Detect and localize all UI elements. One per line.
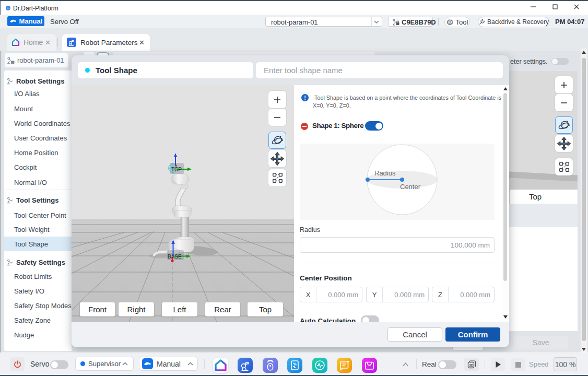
svg-text:Radius: Radius — [374, 169, 396, 177]
svg-text:TCP: TCP — [171, 167, 182, 172]
svg-text:3D: 3D — [469, 363, 474, 367]
svg-text:BASE: BASE — [168, 254, 182, 260]
svg-text:Center: Center — [400, 183, 421, 191]
